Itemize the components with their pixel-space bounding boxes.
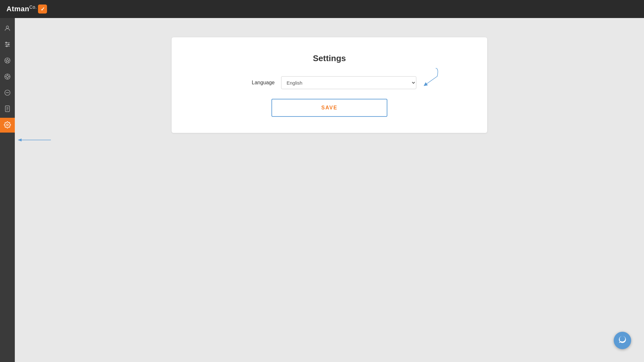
- chat-icon: [618, 335, 627, 346]
- svg-point-0: [6, 26, 8, 28]
- chat-button[interactable]: [614, 332, 631, 349]
- select-wrapper: English Français Español Deutsch Italian…: [281, 76, 416, 89]
- sidebar-item-circle[interactable]: [0, 86, 15, 100]
- sidebar-item-star[interactable]: [0, 53, 15, 68]
- settings-form: Language English Français Español Deutsc…: [191, 76, 468, 117]
- logo-badge-icon: ✓: [41, 6, 45, 12]
- sidebar-item-gear[interactable]: [0, 118, 15, 133]
- logo-text: AtmanCo.: [6, 5, 37, 13]
- circle-dash-icon: [4, 89, 11, 97]
- save-button-wrapper: SAVE: [271, 99, 387, 117]
- sidebar-item-profile[interactable]: [0, 21, 15, 36]
- sidebar: [0, 18, 15, 362]
- language-label: Language: [242, 80, 275, 86]
- language-select[interactable]: English Français Español Deutsch Italian…: [281, 76, 416, 89]
- settings-title: Settings: [191, 53, 468, 63]
- profile-icon: [4, 25, 11, 33]
- sidebar-item-target[interactable]: [0, 70, 15, 84]
- document-icon: [4, 105, 11, 113]
- logo-badge: ✓: [38, 5, 47, 14]
- svg-point-5: [8, 44, 9, 45]
- target-icon: [4, 73, 11, 81]
- svg-point-6: [6, 45, 7, 47]
- language-row: Language English Français Español Deutsc…: [191, 76, 468, 89]
- topbar: AtmanCo. ✓: [0, 0, 644, 18]
- svg-point-4: [6, 42, 7, 43]
- star-icon: [4, 57, 11, 65]
- sidebar-item-document[interactable]: [0, 102, 15, 116]
- svg-marker-8: [6, 59, 9, 62]
- svg-point-10: [6, 75, 8, 78]
- svg-point-21: [6, 124, 8, 126]
- sidebar-item-sliders[interactable]: [0, 37, 15, 52]
- save-button[interactable]: SAVE: [271, 99, 387, 117]
- main-content: Settings Language English Français Españ…: [15, 18, 644, 362]
- gear-icon: [4, 121, 11, 129]
- sliders-icon: [4, 41, 11, 49]
- logo: AtmanCo. ✓: [6, 5, 47, 14]
- settings-card: Settings Language English Français Españ…: [172, 37, 487, 133]
